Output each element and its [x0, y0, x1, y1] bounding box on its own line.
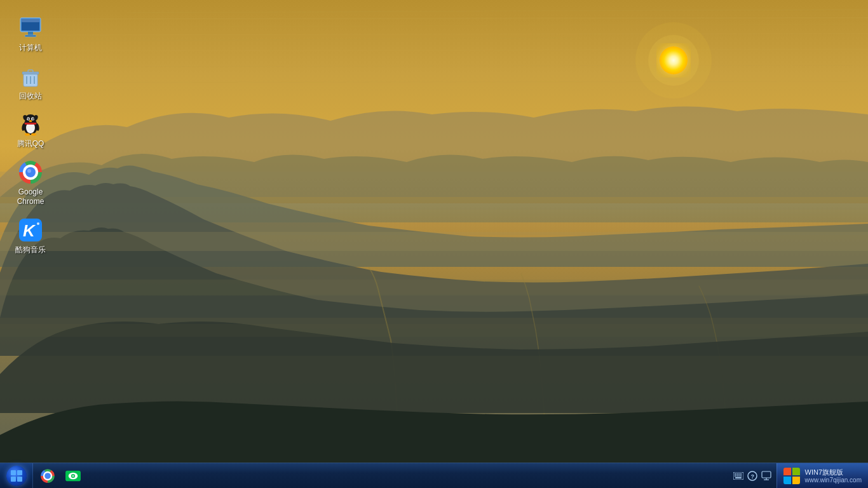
svg-rect-73: [762, 471, 771, 478]
windows-logo-icon: [11, 470, 22, 482]
icon-qq-label: 腾讯QQ: [17, 139, 44, 149]
svg-point-60: [72, 475, 74, 477]
svg-rect-65: [740, 473, 742, 475]
icon-computer-label: 计算机: [19, 43, 42, 53]
chrome-icon: [18, 159, 43, 185]
qq-icon: [18, 111, 43, 137]
win7-flag-icon: [783, 468, 800, 484]
svg-point-55: [44, 473, 51, 479]
taskbar-iqiyi[interactable]: [61, 465, 85, 487]
help-tray-icon[interactable]: ?: [747, 471, 757, 481]
win7-edition-label: WIN7旗舰版: [805, 468, 862, 477]
svg-rect-15: [0, 232, 868, 251]
svg-rect-67: [736, 475, 738, 477]
icon-computer[interactable]: 计算机: [5, 11, 56, 57]
kuwo-icon: K: [18, 217, 43, 243]
computer-icon: [18, 15, 43, 41]
svg-point-38: [29, 120, 32, 122]
svg-rect-17: [0, 324, 868, 337]
svg-point-35: [32, 118, 34, 120]
keyboard-tray-icon[interactable]: [733, 471, 743, 481]
icon-recycle-label: 回收站: [19, 92, 42, 102]
network-tray-icon[interactable]: [761, 471, 771, 481]
svg-rect-28: [28, 70, 33, 72]
svg-point-36: [29, 118, 29, 119]
taskbar-right: ?: [728, 463, 868, 488]
svg-rect-43: [24, 123, 37, 125]
desktop-icons: 计算机 回收站: [0, 6, 61, 267]
svg-rect-70: [735, 477, 742, 478]
icon-qq[interactable]: 腾讯QQ: [5, 107, 56, 153]
svg-rect-63: [736, 473, 738, 475]
svg-point-42: [31, 133, 36, 136]
system-tray: ?: [728, 463, 776, 488]
start-button[interactable]: [0, 463, 33, 489]
svg-point-34: [27, 118, 29, 120]
icon-kuwo-label: 酷狗音乐: [15, 245, 46, 255]
svg-point-50: [27, 169, 31, 173]
svg-point-41: [25, 133, 30, 136]
win7-badge: WIN7旗舰版 www.win7qijian.com: [776, 463, 868, 489]
taskbar-chrome[interactable]: [36, 465, 60, 487]
svg-rect-66: [735, 475, 736, 477]
desktop: 计算机 回收站: [0, 0, 868, 488]
icon-recycle[interactable]: 回收站: [5, 60, 56, 105]
svg-point-11: [660, 46, 688, 74]
svg-rect-20: [22, 19, 39, 22]
start-orb: [6, 466, 27, 486]
svg-rect-22: [25, 35, 36, 37]
svg-point-37: [33, 118, 34, 119]
win7-url-label: www.win7qijian.com: [805, 477, 862, 484]
svg-rect-16: [0, 280, 868, 295]
svg-rect-69: [740, 475, 742, 477]
icon-kuwo[interactable]: K 酷狗音乐: [5, 214, 56, 259]
svg-rect-64: [738, 473, 740, 475]
svg-rect-62: [735, 473, 736, 475]
svg-rect-68: [738, 475, 740, 477]
svg-rect-53: [37, 222, 39, 225]
taskbar-items: [33, 463, 88, 488]
icon-chrome[interactable]: Google Chrome: [5, 156, 56, 211]
svg-text:?: ?: [750, 473, 754, 480]
taskbar: ?: [0, 463, 868, 488]
recycle-icon: [18, 64, 43, 89]
icon-chrome-label: Google Chrome: [10, 187, 51, 207]
svg-text:K: K: [23, 221, 36, 240]
win7-text-block: WIN7旗舰版 www.win7qijian.com: [805, 468, 862, 484]
svg-rect-21: [28, 32, 33, 35]
